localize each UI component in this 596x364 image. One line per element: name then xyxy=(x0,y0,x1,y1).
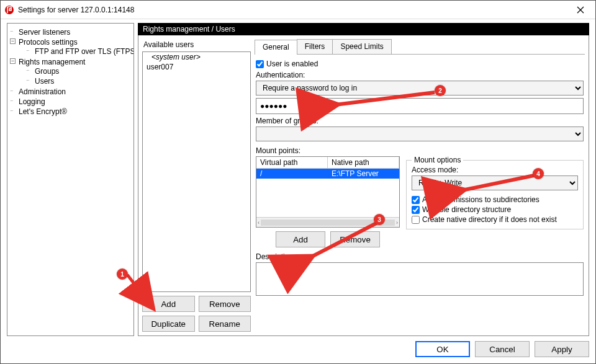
tree-protocols[interactable]: − Protocols settings FTP and FTP over TL… xyxy=(11,37,131,57)
create-native-check[interactable]: Create native directory if it does not e… xyxy=(412,215,578,224)
auth-label: Authentication: xyxy=(256,71,584,79)
close-button[interactable] xyxy=(569,2,592,17)
tree-users[interactable]: Users xyxy=(27,76,131,86)
col-virtual-path: Virtual path xyxy=(256,157,328,168)
user-enabled-check[interactable]: User is enabled xyxy=(256,60,584,68)
titlebar: Settings for server 127.0.0.1:14148 xyxy=(1,1,595,19)
user-buttons: Add Remove Duplicate Rename xyxy=(142,296,251,332)
users-list[interactable]: <system user> user007 xyxy=(142,51,251,292)
col-native-path: Native path xyxy=(328,157,399,168)
scroll-left-icon[interactable]: ‹ xyxy=(258,220,260,226)
mount-options-title: Mount options xyxy=(412,156,463,164)
create-native-checkbox[interactable] xyxy=(412,216,420,224)
mount-table-scrollbar[interactable]: ‹› xyxy=(256,217,399,227)
footer: OK Cancel Apply xyxy=(7,336,589,357)
mount-options-group: Mount options Access mode: Read + Write … xyxy=(406,160,584,229)
user-enabled-checkbox[interactable] xyxy=(256,60,264,68)
right-pane: Rights management / Users Available user… xyxy=(138,23,589,336)
description-label: Description: xyxy=(256,252,584,261)
remove-user-button[interactable]: Remove xyxy=(199,296,251,312)
description-textarea[interactable] xyxy=(256,262,584,296)
apply-button[interactable]: Apply xyxy=(535,341,589,357)
mount-buttons: Add Remove xyxy=(256,231,400,247)
tree-ftp-ftps[interactable]: FTP and FTP over TLS (FTPS) xyxy=(27,47,131,56)
close-icon xyxy=(577,6,584,14)
tree-rights-mgmt[interactable]: − Rights management Groups Users xyxy=(11,57,131,87)
tree-letsencrypt[interactable]: Let's Encrypt® xyxy=(11,107,131,117)
app-icon xyxy=(4,5,14,15)
writable-struct-checkbox[interactable] xyxy=(412,206,420,214)
access-mode-select[interactable]: Read + Write xyxy=(412,175,578,190)
breadcrumb: Rights management / Users xyxy=(138,23,589,35)
add-user-button[interactable]: Add xyxy=(142,296,195,312)
settings-window: Settings for server 127.0.0.1:14148 Serv… xyxy=(0,0,596,364)
main-area: Server listeners − Protocols settings FT… xyxy=(7,23,589,336)
general-section: User is enabled Authentication: Require … xyxy=(255,57,585,298)
mount-row: Virtual path Native path / E:\FTP Server xyxy=(256,156,584,247)
window-body: Server listeners − Protocols settings FT… xyxy=(1,19,595,363)
member-groups-select[interactable] xyxy=(256,127,584,141)
tree-administration[interactable]: Administration xyxy=(11,87,131,97)
mount-table-row[interactable]: / E:\FTP Server xyxy=(256,169,399,179)
nav-tree: Server listeners − Protocols settings FT… xyxy=(10,27,131,117)
scroll-right-icon[interactable]: › xyxy=(396,220,398,226)
rename-user-button[interactable]: Rename xyxy=(199,316,251,332)
access-mode-label: Access mode: xyxy=(412,166,578,174)
tree-toggle-icon[interactable]: − xyxy=(10,58,16,64)
cell-native-path: E:\FTP Server xyxy=(328,169,399,179)
password-input[interactable] xyxy=(256,98,584,114)
tab-bar: General Filters Speed Limits xyxy=(255,39,585,55)
apply-subdirs-check[interactable]: Apply permissions to subdirectories xyxy=(412,195,578,204)
tree-logging[interactable]: Logging xyxy=(11,97,131,107)
nav-tree-pane: Server listeners − Protocols settings FT… xyxy=(7,23,134,336)
available-users-label: Available users xyxy=(142,39,251,51)
cell-virtual-path: / xyxy=(256,169,328,179)
users-list-item[interactable]: user007 xyxy=(143,62,250,72)
mount-left: Virtual path Native path / E:\FTP Server xyxy=(256,156,400,247)
description-wrap xyxy=(256,262,584,298)
mount-table[interactable]: Virtual path Native path / E:\FTP Server xyxy=(256,156,400,228)
tab-filters[interactable]: Filters xyxy=(297,39,333,54)
apply-subdirs-checkbox[interactable] xyxy=(412,196,420,204)
duplicate-user-button[interactable]: Duplicate xyxy=(142,316,195,332)
ok-button[interactable]: OK xyxy=(415,341,470,357)
window-title: Settings for server 127.0.0.1:14148 xyxy=(18,6,569,14)
tree-toggle-icon[interactable]: − xyxy=(10,38,16,44)
tab-speed-limits[interactable]: Speed Limits xyxy=(332,39,391,54)
tree-server-listeners[interactable]: Server listeners xyxy=(11,27,131,37)
users-list-system[interactable]: <system user> xyxy=(143,52,250,62)
mount-points-label: Mount points: xyxy=(256,146,584,155)
writable-struct-check[interactable]: Writable directory structure xyxy=(412,205,578,214)
remove-mount-button[interactable]: Remove xyxy=(330,231,380,247)
users-column: Available users <system user> user007 Ad… xyxy=(142,39,251,332)
right-body: Available users <system user> user007 Ad… xyxy=(138,35,589,336)
mount-table-header: Virtual path Native path xyxy=(256,157,399,169)
member-groups-label: Member of groups: xyxy=(256,117,584,125)
detail-column: General Filters Speed Limits User is ena… xyxy=(255,39,585,332)
auth-mode-select[interactable]: Require a password to log in xyxy=(256,81,584,95)
add-mount-button[interactable]: Add xyxy=(276,231,325,247)
tab-general[interactable]: General xyxy=(255,40,297,55)
cancel-button[interactable]: Cancel xyxy=(475,341,530,357)
mount-right: Mount options Access mode: Read + Write … xyxy=(406,156,584,247)
tree-groups[interactable]: Groups xyxy=(27,66,131,76)
